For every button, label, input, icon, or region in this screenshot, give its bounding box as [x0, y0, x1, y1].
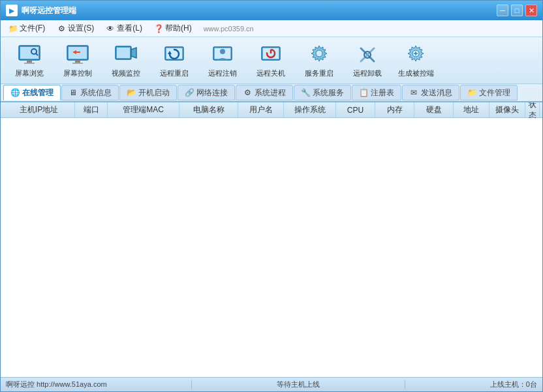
- gen-controlled-label: 生成被控端: [398, 69, 434, 78]
- title-bar: ▶ 啊呀远控管理端 ─ □ ✕: [1, 1, 542, 20]
- col-address: 地址: [454, 102, 489, 117]
- col-mac: 管理端MAC: [108, 102, 179, 117]
- online-count-text: 上线主机：0台: [490, 380, 537, 389]
- screen-control-label: 屏幕控制: [63, 69, 92, 78]
- tab-system-process-label: 系统进程: [255, 87, 286, 98]
- tab-file-manage[interactable]: 📁 文件管理: [460, 85, 518, 100]
- menu-view[interactable]: 👁 查看(L): [101, 22, 147, 35]
- tab-registry-label: 注册表: [371, 87, 394, 98]
- service-restart-button[interactable]: 服务重启: [296, 40, 343, 82]
- col-user: 用户名: [238, 102, 284, 117]
- status-divider-1: [191, 380, 192, 389]
- data-table[interactable]: [1, 118, 542, 377]
- menu-settings-label: 设置(S): [68, 23, 94, 34]
- system-process-icon: ⚙: [243, 88, 252, 97]
- remote-shutdown-icon: [259, 43, 283, 67]
- screen-browse-icon: [18, 43, 41, 67]
- menu-help[interactable]: ❓ 帮助(H): [149, 22, 197, 35]
- tab-online-manage-label: 在线管理: [22, 87, 54, 98]
- col-camera: 摄像头: [489, 102, 525, 117]
- close-button[interactable]: ✕: [525, 5, 537, 16]
- status-bar: 啊呀远控 http://www.51aya.com 等待主机上线 上线主机：0台: [1, 377, 542, 391]
- video-monitor-label: 视频监控: [112, 69, 140, 78]
- col-status: 状态: [525, 102, 540, 117]
- tab-boot-startup-label: 开机启动: [138, 87, 170, 98]
- menu-settings[interactable]: ⚙ 设置(S): [52, 22, 99, 35]
- tab-network-connect[interactable]: 🔗 网络连接: [178, 85, 235, 100]
- screen-browse-label: 屏幕浏览: [15, 69, 44, 78]
- gen-controlled-button[interactable]: 生成被控端: [392, 40, 439, 82]
- remote-restart-label: 远程重启: [160, 69, 189, 78]
- col-disk: 硬盘: [414, 102, 454, 117]
- svg-rect-8: [75, 60, 80, 63]
- screen-control-button[interactable]: 屏幕控制: [54, 40, 101, 82]
- col-ip: 主机IP地址: [3, 102, 75, 117]
- system-info-icon: 🖥: [69, 88, 78, 97]
- col-memory: 内存: [375, 102, 414, 117]
- video-monitor-icon: [114, 43, 138, 67]
- tab-bar: 🌐 在线管理 🖥 系统信息 📂 开机启动 🔗 网络连接 ⚙ 系统进程 🔧 系统服…: [1, 84, 542, 102]
- brand-text: 啊呀远控 http://www.51aya.com: [6, 380, 107, 389]
- file-manage-icon: 📁: [467, 88, 476, 97]
- menu-file-label: 文件(F): [20, 23, 45, 34]
- tab-system-process[interactable]: ⚙ 系统进程: [236, 85, 293, 100]
- tab-send-message[interactable]: ✉ 发送消息: [402, 85, 459, 100]
- gen-controlled-icon: [404, 43, 427, 67]
- screen-control-icon: [66, 43, 89, 67]
- view-icon: 👁: [106, 24, 115, 33]
- svg-rect-9: [72, 63, 83, 64]
- col-name: 电脑名称: [179, 102, 238, 117]
- svg-marker-13: [131, 48, 136, 58]
- tab-online-manage[interactable]: 🌐 在线管理: [3, 85, 61, 100]
- title-left: ▶ 啊呀远控管理端: [6, 5, 76, 16]
- col-port: 端口: [75, 102, 108, 117]
- menu-bar: 📁 文件(F) ⚙ 设置(S) 👁 查看(L) ❓ 帮助(H) www.pc03…: [1, 20, 542, 37]
- send-message-icon: ✉: [409, 88, 418, 97]
- svg-rect-12: [117, 48, 130, 58]
- settings-icon: ⚙: [57, 24, 66, 33]
- window-controls: ─ □ ✕: [497, 5, 537, 16]
- waiting-text: 等待主机上线: [277, 380, 320, 389]
- toolbar: 屏幕浏览 屏幕控制: [1, 37, 542, 84]
- tab-boot-startup[interactable]: 📂 开机启动: [119, 85, 177, 100]
- tab-send-message-label: 发送消息: [421, 87, 452, 98]
- registry-icon: 📋: [359, 88, 368, 97]
- remote-uninstall-button[interactable]: 远程卸载: [344, 40, 391, 82]
- tab-file-manage-label: 文件管理: [479, 87, 510, 98]
- svg-point-19: [220, 49, 225, 54]
- window-title: 啊呀远控管理端: [22, 5, 76, 16]
- tab-system-service[interactable]: 🔧 系统服务: [294, 85, 351, 100]
- help-icon: ❓: [154, 24, 163, 33]
- boot-startup-icon: 📂: [127, 88, 136, 97]
- minimize-button[interactable]: ─: [497, 5, 508, 16]
- remote-cancel-button[interactable]: 远程注销: [199, 40, 246, 82]
- status-divider-2: [405, 380, 405, 389]
- menu-file[interactable]: 📁 文件(F): [3, 22, 50, 35]
- app-window: ▶ 啊呀远控管理端 ─ □ ✕ 📁 文件(F) ⚙ 设置(S) 👁 查看(L) …: [0, 0, 543, 392]
- remote-restart-button[interactable]: 远程重启: [151, 40, 198, 82]
- service-restart-label: 服务重启: [305, 69, 334, 78]
- remote-uninstall-label: 远程卸载: [353, 69, 382, 78]
- tab-registry[interactable]: 📋 注册表: [352, 85, 401, 100]
- tab-system-info[interactable]: 🖥 系统信息: [61, 85, 119, 100]
- col-cpu: CPU: [336, 102, 375, 117]
- screen-browse-button[interactable]: 屏幕浏览: [6, 40, 53, 82]
- watermark: www.pc0359.cn: [204, 25, 254, 33]
- column-header: 主机IP地址 端口 管理端MAC 电脑名称 用户名 操作系统 CPU 内存 硬盘…: [1, 102, 542, 118]
- online-manage-icon: 🌐: [10, 88, 20, 97]
- file-icon: 📁: [8, 24, 18, 33]
- remote-uninstall-icon: [356, 43, 379, 67]
- col-os: 操作系统: [284, 102, 336, 117]
- network-connect-icon: 🔗: [185, 88, 194, 97]
- maximize-button[interactable]: □: [511, 5, 523, 16]
- remote-cancel-label: 远程注销: [208, 69, 237, 78]
- tab-system-info-label: 系统信息: [80, 87, 112, 98]
- svg-rect-2: [27, 60, 32, 63]
- svg-point-24: [316, 50, 322, 57]
- tab-network-connect-label: 网络连接: [196, 87, 228, 98]
- content-area: 主机IP地址 端口 管理端MAC 电脑名称 用户名 操作系统 CPU 内存 硬盘…: [1, 102, 542, 377]
- remote-shutdown-button[interactable]: 远程关机: [247, 40, 294, 82]
- menu-view-label: 查看(L): [117, 23, 142, 34]
- svg-rect-3: [24, 63, 35, 64]
- video-monitor-button[interactable]: 视频监控: [102, 40, 149, 82]
